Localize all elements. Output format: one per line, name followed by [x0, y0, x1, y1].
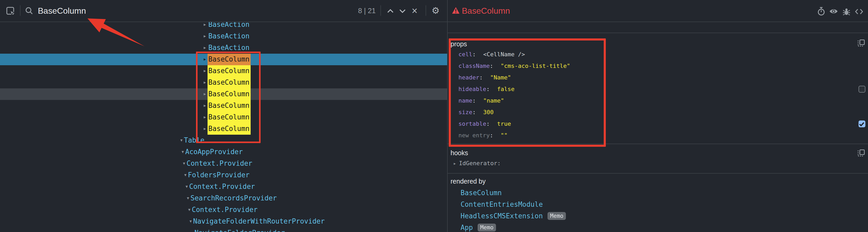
- tree-row-baseaction[interactable]: ▸BaseAction: [0, 22, 447, 30]
- view-source-button[interactable]: [854, 6, 864, 16]
- checkbox-unchecked-icon[interactable]: [858, 86, 865, 93]
- props-section-label: props: [451, 38, 467, 50]
- caret-down-icon[interactable]: ▾: [180, 135, 183, 146]
- next-match-button[interactable]: [397, 6, 407, 16]
- rendered-by-row: ContentEntriesModule: [461, 199, 868, 210]
- tree-row-basecolumn[interactable]: ▸BaseColumn: [0, 100, 447, 112]
- search-icon: [25, 6, 33, 15]
- stopwatch-icon: [817, 7, 825, 16]
- search-input[interactable]: BaseColumn: [38, 0, 86, 22]
- caret-down-icon[interactable]: ▾: [181, 146, 184, 157]
- tree-row-basecolumn[interactable]: ▸BaseColumn: [0, 123, 447, 135]
- prop-value[interactable]: "": [500, 132, 507, 139]
- tree-row-context.provider[interactable]: ▾Context.Provider: [0, 157, 447, 169]
- prop-value[interactable]: 300: [483, 109, 494, 115]
- prop-value[interactable]: <CellName />: [483, 51, 525, 58]
- hook-name: IdGenerator:: [459, 160, 501, 167]
- chevron-up-icon: [387, 9, 393, 13]
- caret-right-icon[interactable]: ▸: [203, 100, 207, 112]
- clear-search-button[interactable]: ×: [409, 5, 420, 16]
- component-name: Context.Provider: [187, 157, 252, 169]
- component-name: BaseColumn: [207, 123, 251, 135]
- bug-icon: [842, 7, 850, 16]
- prop-colon: :: [472, 51, 476, 58]
- caret-down-icon[interactable]: ▾: [182, 157, 186, 169]
- prop-colon: :: [479, 74, 483, 81]
- caret-right-icon[interactable]: ▸: [203, 30, 207, 42]
- caret-down-icon[interactable]: ▾: [186, 192, 190, 204]
- inspect-element-button[interactable]: [5, 6, 16, 16]
- caret-right-icon[interactable]: ▸: [203, 88, 207, 100]
- tree-row-context.provider[interactable]: ▾Context.Provider: [0, 181, 447, 192]
- hooks-list: ▸IdGenerator:: [453, 158, 501, 169]
- prop-name: name: [459, 97, 472, 104]
- tree-row-basecolumn[interactable]: ▸BaseColumn: [0, 54, 447, 65]
- caret-right-icon[interactable]: ▸: [203, 54, 207, 65]
- copy-hooks-button[interactable]: [858, 149, 865, 156]
- error-warning-icon: [452, 7, 460, 16]
- caret-down-icon[interactable]: ▾: [185, 181, 188, 192]
- tree-row-table[interactable]: ▾Table: [0, 135, 447, 146]
- checkbox-checked-icon[interactable]: [858, 120, 865, 127]
- component-name: SearchRecordsProvider: [190, 192, 277, 204]
- tree-row-navigatefolderprovider[interactable]: ▾NavigateFolderProvider: [0, 227, 447, 232]
- caret-right-icon[interactable]: ▸: [453, 161, 456, 166]
- tree-row-searchrecordsprovider[interactable]: ▾SearchRecordsProvider: [0, 192, 447, 204]
- tree-row-basecolumn[interactable]: ▸BaseColumn: [0, 112, 447, 123]
- panel-divider[interactable]: [447, 0, 448, 232]
- caret-down-icon[interactable]: ▾: [189, 215, 192, 227]
- prop-value[interactable]: "cms-aco-list-title": [500, 62, 570, 69]
- caret-right-icon[interactable]: ▸: [203, 123, 207, 135]
- tree-row-baseaction[interactable]: ▸BaseAction: [0, 42, 447, 53]
- caret-down-icon[interactable]: ▾: [190, 227, 194, 232]
- prop-value[interactable]: "Name": [490, 74, 511, 81]
- previous-match-button[interactable]: [385, 6, 395, 16]
- tree-row-baseaction[interactable]: ▸BaseAction: [0, 30, 447, 42]
- settings-button[interactable]: ⚙: [430, 5, 441, 16]
- caret-right-icon[interactable]: ▸: [203, 22, 207, 30]
- prop-colon: :: [486, 86, 490, 92]
- prop-colon: :: [486, 120, 490, 127]
- tree-row-acoappprovider[interactable]: ▾AcoAppProvider: [0, 146, 447, 157]
- prop-value[interactable]: false: [497, 86, 515, 92]
- tree-row-basecolumn[interactable]: ▸BaseColumn: [0, 65, 447, 77]
- rendered-by-link-contententriesmodule[interactable]: ContentEntriesModule: [461, 200, 543, 208]
- inspector-header-border: [448, 32, 868, 33]
- caret-right-icon[interactable]: ▸: [203, 77, 207, 88]
- prop-colon: :: [490, 132, 493, 139]
- component-name: Context.Provider: [189, 181, 255, 192]
- caret-right-icon[interactable]: ▸: [203, 65, 207, 77]
- prop-name: size: [459, 109, 472, 115]
- rendered-by-link-app[interactable]: App: [461, 223, 473, 231]
- prop-value[interactable]: true: [497, 120, 511, 127]
- prop-name: hideable: [459, 86, 486, 92]
- prop-row-new-entry: new entry:"": [459, 130, 868, 141]
- rendered-by-link-basecolumn[interactable]: BaseColumn: [461, 188, 502, 197]
- caret-down-icon[interactable]: ▾: [184, 169, 187, 181]
- caret-down-icon[interactable]: ▾: [188, 204, 191, 215]
- tree-row-context.provider[interactable]: ▾Context.Provider: [0, 204, 447, 215]
- debug-log-button[interactable]: [841, 6, 851, 16]
- prop-value[interactable]: "name": [483, 97, 504, 104]
- component-name: BaseColumn: [207, 100, 251, 112]
- hooks-section-label: hooks: [451, 147, 468, 159]
- tree-row-basecolumn[interactable]: ▸BaseColumn: [0, 77, 447, 88]
- toolbar-separator: [380, 5, 381, 16]
- caret-right-icon[interactable]: ▸: [203, 112, 207, 123]
- rendered-by-link-headlesscmsextension[interactable]: HeadlessCMSExtension: [461, 212, 543, 220]
- inspect-dom-button[interactable]: [829, 6, 839, 16]
- chevron-down-icon: [399, 9, 405, 13]
- suspend-toggle-button[interactable]: [816, 6, 826, 16]
- copy-props-button[interactable]: [858, 39, 865, 47]
- gear-icon: ⚙: [432, 6, 440, 15]
- caret-right-icon[interactable]: ▸: [203, 42, 207, 53]
- component-name: AcoAppProvider: [185, 146, 243, 157]
- prop-row-header: header:"Name": [459, 72, 868, 83]
- tree-row-navigatefolderwithrouterprovider[interactable]: ▾NavigateFolderWithRouterProvider: [0, 215, 447, 227]
- component-tree: ▸BaseAction▸BaseAction▸BaseAction▸BaseCo…: [0, 22, 447, 232]
- tree-row-basecolumn[interactable]: ▸BaseColumn: [0, 88, 447, 100]
- tree-row-foldersprovider[interactable]: ▾FoldersProvider: [0, 169, 447, 181]
- component-name: Context.Provider: [192, 204, 257, 215]
- component-name: BaseAction: [208, 30, 250, 42]
- prop-row-sortable: sortable:true: [459, 118, 868, 130]
